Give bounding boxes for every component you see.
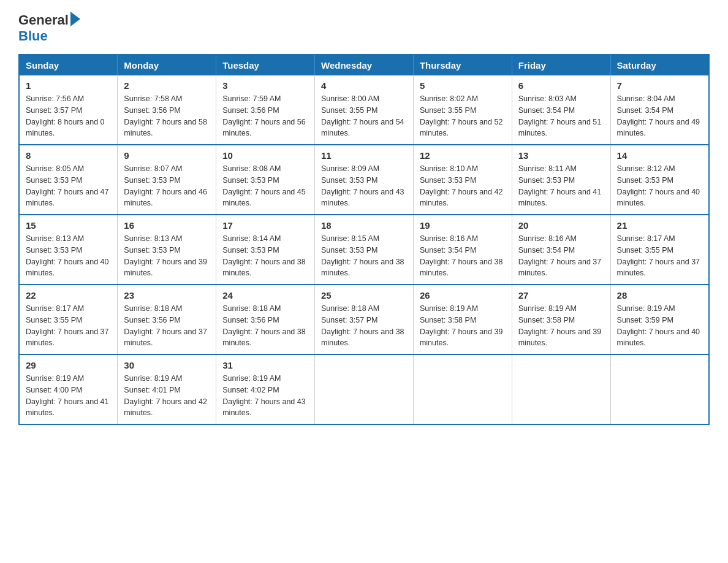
day-number: 30 [124,360,210,370]
day-number: 10 [222,150,308,161]
day-info: Sunrise: 8:13 AMSunset: 3:53 PMDaylight:… [124,233,210,279]
calendar-cell: 18Sunrise: 8:15 AMSunset: 3:53 PMDayligh… [315,215,414,285]
day-number: 16 [124,220,210,231]
calendar-cell: 12Sunrise: 8:10 AMSunset: 3:53 PMDayligh… [413,145,512,215]
day-number: 7 [617,80,702,91]
day-number: 8 [26,150,111,161]
calendar-cell [315,354,414,424]
day-info: Sunrise: 8:10 AMSunset: 3:53 PMDaylight:… [420,163,506,209]
day-number: 18 [321,220,407,231]
day-number: 22 [26,290,111,301]
day-number: 21 [617,220,702,231]
day-number: 27 [518,290,604,301]
day-number: 11 [321,150,407,161]
calendar-cell: 15Sunrise: 8:13 AMSunset: 3:53 PMDayligh… [19,215,118,285]
day-number: 4 [321,80,407,91]
calendar-cell: 21Sunrise: 8:17 AMSunset: 3:55 PMDayligh… [610,215,709,285]
day-info: Sunrise: 7:59 AMSunset: 3:56 PMDaylight:… [222,93,308,139]
day-info: Sunrise: 8:18 AMSunset: 3:56 PMDaylight:… [222,303,308,349]
day-number: 19 [420,220,506,231]
calendar-week-row: 29Sunrise: 8:19 AMSunset: 4:00 PMDayligh… [19,354,709,424]
day-number: 23 [124,290,210,301]
calendar-cell: 8Sunrise: 8:05 AMSunset: 3:53 PMDaylight… [19,145,118,215]
day-number: 12 [420,150,506,161]
day-info: Sunrise: 8:19 AMSunset: 3:58 PMDaylight:… [518,303,604,349]
day-number: 28 [617,290,702,301]
day-number: 20 [518,220,604,231]
logo-general-text: General [18,12,80,28]
calendar-cell: 31Sunrise: 8:19 AMSunset: 4:02 PMDayligh… [216,354,315,424]
calendar-cell: 29Sunrise: 8:19 AMSunset: 4:00 PMDayligh… [19,354,118,424]
day-info: Sunrise: 8:00 AMSunset: 3:55 PMDaylight:… [321,93,407,139]
calendar-cell: 3Sunrise: 7:59 AMSunset: 3:56 PMDaylight… [216,75,315,145]
day-info: Sunrise: 8:02 AMSunset: 3:55 PMDaylight:… [420,93,506,139]
calendar-cell [512,354,610,424]
weekday-header-monday: Monday [118,55,216,75]
calendar-cell: 10Sunrise: 8:08 AMSunset: 3:53 PMDayligh… [216,145,315,215]
day-info: Sunrise: 8:16 AMSunset: 3:54 PMDaylight:… [518,233,604,279]
calendar-cell: 27Sunrise: 8:19 AMSunset: 3:58 PMDayligh… [512,285,610,354]
day-number: 29 [26,360,111,370]
calendar-week-row: 22Sunrise: 8:17 AMSunset: 3:55 PMDayligh… [19,285,709,354]
day-info: Sunrise: 8:13 AMSunset: 3:53 PMDaylight:… [26,233,111,279]
weekday-header-row: SundayMondayTuesdayWednesdayThursdayFrid… [19,55,709,75]
calendar-table: SundayMondayTuesdayWednesdayThursdayFrid… [18,54,710,425]
calendar-cell: 30Sunrise: 8:19 AMSunset: 4:01 PMDayligh… [118,354,216,424]
day-info: Sunrise: 8:09 AMSunset: 3:53 PMDaylight:… [321,163,407,209]
day-number: 13 [518,150,604,161]
day-number: 14 [617,150,702,161]
calendar-cell: 28Sunrise: 8:19 AMSunset: 3:59 PMDayligh… [610,285,709,354]
logo-arrow-icon [70,12,80,26]
day-info: Sunrise: 8:05 AMSunset: 3:53 PMDaylight:… [26,163,111,209]
day-number: 24 [222,290,308,301]
calendar-cell [610,354,709,424]
day-info: Sunrise: 8:17 AMSunset: 3:55 PMDaylight:… [617,233,702,279]
calendar-week-row: 8Sunrise: 8:05 AMSunset: 3:53 PMDaylight… [19,145,709,215]
calendar-cell: 13Sunrise: 8:11 AMSunset: 3:53 PMDayligh… [512,145,610,215]
calendar-cell: 17Sunrise: 8:14 AMSunset: 3:53 PMDayligh… [216,215,315,285]
day-info: Sunrise: 8:19 AMSunset: 3:58 PMDaylight:… [420,303,506,349]
weekday-header-saturday: Saturday [610,55,709,75]
day-info: Sunrise: 8:17 AMSunset: 3:55 PMDaylight:… [26,303,111,349]
calendar-cell: 14Sunrise: 8:12 AMSunset: 3:53 PMDayligh… [610,145,709,215]
day-number: 17 [222,220,308,231]
day-number: 6 [518,80,604,91]
day-info: Sunrise: 8:14 AMSunset: 3:53 PMDaylight:… [222,233,308,279]
page-header: General Blue [18,12,710,44]
calendar-cell: 19Sunrise: 8:16 AMSunset: 3:54 PMDayligh… [413,215,512,285]
day-info: Sunrise: 8:18 AMSunset: 3:56 PMDaylight:… [124,303,210,349]
weekday-header-thursday: Thursday [413,55,512,75]
calendar-cell: 24Sunrise: 8:18 AMSunset: 3:56 PMDayligh… [216,285,315,354]
calendar-cell: 7Sunrise: 8:04 AMSunset: 3:54 PMDaylight… [610,75,709,145]
calendar-cell: 20Sunrise: 8:16 AMSunset: 3:54 PMDayligh… [512,215,610,285]
day-number: 25 [321,290,407,301]
calendar-cell: 9Sunrise: 8:07 AMSunset: 3:53 PMDaylight… [118,145,216,215]
weekday-header-wednesday: Wednesday [315,55,414,75]
logo-blue-text: Blue [18,28,48,44]
day-number: 9 [124,150,210,161]
day-info: Sunrise: 8:15 AMSunset: 3:53 PMDaylight:… [321,233,407,279]
weekday-header-sunday: Sunday [19,55,118,75]
day-info: Sunrise: 8:04 AMSunset: 3:54 PMDaylight:… [617,93,702,139]
day-number: 2 [124,80,210,91]
day-info: Sunrise: 8:07 AMSunset: 3:53 PMDaylight:… [124,163,210,209]
calendar-cell: 22Sunrise: 8:17 AMSunset: 3:55 PMDayligh… [19,285,118,354]
day-info: Sunrise: 8:16 AMSunset: 3:54 PMDaylight:… [420,233,506,279]
calendar-cell: 23Sunrise: 8:18 AMSunset: 3:56 PMDayligh… [118,285,216,354]
day-info: Sunrise: 8:18 AMSunset: 3:57 PMDaylight:… [321,303,407,349]
day-number: 1 [26,80,111,91]
day-info: Sunrise: 8:08 AMSunset: 3:53 PMDaylight:… [222,163,308,209]
day-number: 26 [420,290,506,301]
day-info: Sunrise: 8:19 AMSunset: 4:01 PMDaylight:… [124,373,210,419]
day-info: Sunrise: 7:56 AMSunset: 3:57 PMDaylight:… [26,93,111,139]
calendar-week-row: 1Sunrise: 7:56 AMSunset: 3:57 PMDaylight… [19,75,709,145]
day-info: Sunrise: 7:58 AMSunset: 3:56 PMDaylight:… [124,93,210,139]
calendar-cell [413,354,512,424]
logo: General Blue [18,12,80,44]
calendar-cell: 4Sunrise: 8:00 AMSunset: 3:55 PMDaylight… [315,75,414,145]
calendar-cell: 6Sunrise: 8:03 AMSunset: 3:54 PMDaylight… [512,75,610,145]
calendar-cell: 1Sunrise: 7:56 AMSunset: 3:57 PMDaylight… [19,75,118,145]
day-info: Sunrise: 8:11 AMSunset: 3:53 PMDaylight:… [518,163,604,209]
day-number: 3 [222,80,308,91]
day-number: 5 [420,80,506,91]
